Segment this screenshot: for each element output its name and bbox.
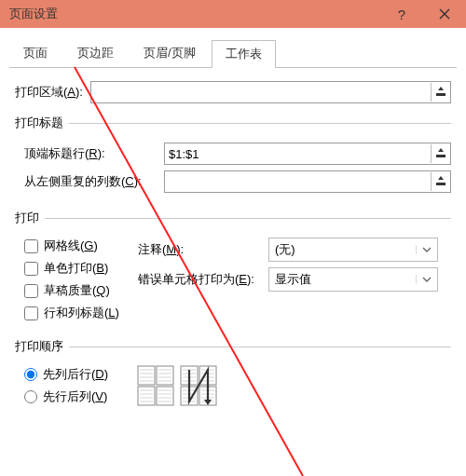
notes-combo-value: (无)	[269, 241, 416, 258]
collapse-icon	[435, 175, 446, 189]
draft-checkbox-row[interactable]: 草稿质量(Q)	[24, 282, 138, 299]
help-button[interactable]: ?	[380, 0, 423, 28]
order-down-radio[interactable]	[24, 368, 37, 381]
order-group: 打印顺序 先列后行(D) 先行后列(V)	[15, 338, 451, 412]
collapse-icon	[435, 147, 446, 161]
order-over-label: 先行后列(V)	[43, 388, 107, 405]
tab-header-footer[interactable]: 页眉/页脚	[130, 39, 210, 67]
svg-marker-3	[438, 87, 444, 90]
notes-combo[interactable]: (无)	[268, 238, 438, 262]
print-group: 打印 网格线(G) 单色打印(B) 草稿质量(Q)	[15, 210, 451, 327]
print-titles-legend: 打印标题	[15, 115, 69, 131]
gridlines-checkbox-row[interactable]: 网格线(G)	[24, 238, 138, 254]
print-area-input[interactable]	[91, 83, 431, 102]
svg-rect-10	[138, 387, 155, 405]
top-row-label: 顶端标题行(R):	[24, 145, 164, 162]
svg-rect-11	[157, 387, 173, 405]
rowcol-checkbox-row[interactable]: 行和列标题(L)	[24, 305, 138, 321]
left-col-input-wrap	[164, 170, 451, 193]
close-icon	[439, 7, 450, 22]
svg-rect-4	[436, 155, 445, 157]
order-over-radio[interactable]	[24, 390, 37, 403]
rowcol-checkbox[interactable]	[24, 306, 38, 320]
collapse-icon	[435, 86, 446, 100]
order-down-label: 先列后行(D)	[43, 366, 108, 383]
tab-margins[interactable]: 页边距	[63, 39, 128, 67]
left-col-collapse-button[interactable]	[431, 172, 450, 191]
gridlines-label: 网格线(G)	[44, 238, 98, 254]
errors-combo[interactable]: 显示值	[268, 267, 438, 292]
top-row-input[interactable]	[165, 144, 431, 163]
tab-sheet[interactable]: 工作表	[212, 40, 276, 68]
left-col-label: 从左侧重复的列数(C):	[24, 173, 164, 190]
order-legend: 打印顺序	[15, 338, 69, 355]
mono-checkbox-row[interactable]: 单色打印(B)	[24, 260, 138, 277]
errors-combo-value: 显示值	[269, 271, 416, 288]
top-row-collapse-button[interactable]	[431, 144, 450, 163]
notes-label: 注释(M):	[138, 241, 268, 258]
mono-label: 单色打印(B)	[44, 260, 108, 277]
left-col-input[interactable]	[165, 172, 431, 191]
svg-marker-7	[438, 176, 444, 180]
svg-marker-5	[438, 148, 444, 152]
draft-checkbox[interactable]	[24, 284, 38, 298]
svg-rect-2	[436, 93, 445, 96]
title-bar: 页面设置 ?	[0, 0, 466, 28]
mono-checkbox[interactable]	[24, 262, 38, 276]
svg-rect-9	[157, 366, 173, 385]
order-over-radio-row[interactable]: 先行后列(V)	[24, 388, 136, 405]
tab-bar: 页面 页边距 页眉/页脚 工作表	[9, 41, 457, 68]
print-area-input-wrap	[90, 81, 451, 103]
close-button[interactable]	[423, 0, 466, 28]
order-preview-icon	[136, 364, 220, 412]
gridlines-checkbox[interactable]	[24, 239, 38, 253]
svg-rect-8	[138, 366, 155, 385]
errors-label: 错误单元格打印为(E):	[138, 271, 268, 288]
top-row-input-wrap	[164, 143, 451, 165]
content: 打印区域(A): 打印标题 顶端标题行(R):	[0, 68, 466, 423]
print-area-collapse-button[interactable]	[431, 83, 450, 102]
print-area-label: 打印区域(A):	[15, 84, 83, 101]
svg-rect-6	[436, 183, 445, 185]
order-down-radio-row[interactable]: 先列后行(D)	[24, 366, 136, 383]
print-titles-group: 打印标题 顶端标题行(R): 从左侧重复的列数(C):	[15, 115, 451, 198]
draft-label: 草稿质量(Q)	[44, 282, 110, 299]
tab-page[interactable]: 页面	[9, 39, 62, 67]
rowcol-label: 行和列标题(L)	[44, 305, 119, 321]
window-title: 页面设置	[0, 6, 58, 22]
chevron-down-icon	[416, 275, 437, 284]
print-legend: 打印	[15, 210, 45, 226]
chevron-down-icon	[416, 245, 437, 254]
